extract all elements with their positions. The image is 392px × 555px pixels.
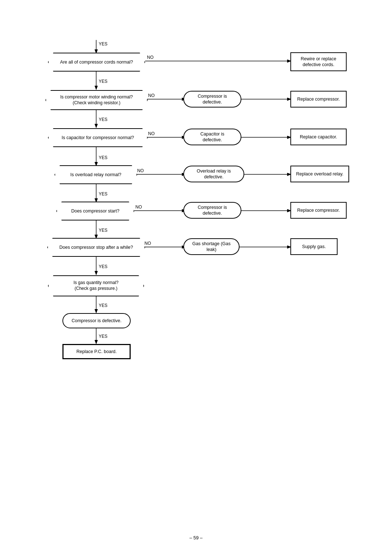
svg-text:YES: YES [99, 79, 107, 84]
node-compressor-start: Does compressor start? [56, 202, 134, 220]
node-compressor-defective-2: Compressor is defective. [183, 202, 241, 219]
page-number: – 59 – [189, 535, 203, 540]
node-compressor-defective-3: Compressor is defective. [62, 313, 131, 328]
node-replace-pcboard: Replace P.C. board. [62, 344, 131, 359]
svg-text:YES: YES [99, 228, 107, 233]
node-overload-relay: Is overload relay normal? [54, 165, 137, 184]
page: YES YES NO YES NO YES NO [0, 0, 392, 555]
flowchart: YES YES NO YES NO YES NO [33, 36, 359, 472]
svg-text:NO: NO [147, 55, 154, 60]
svg-text:YES: YES [99, 264, 107, 269]
node-replace-overload: Replace overload relay. [290, 166, 349, 182]
svg-text:YES: YES [99, 334, 107, 339]
svg-text:YES: YES [99, 117, 107, 122]
svg-text:NO: NO [148, 131, 155, 136]
svg-text:NO: NO [144, 241, 151, 246]
svg-text:NO: NO [135, 204, 142, 210]
svg-text:YES: YES [99, 155, 107, 160]
svg-text:NO: NO [148, 93, 155, 98]
node-overload-defective: Overload relay is defective. [183, 166, 244, 182]
svg-text:YES: YES [99, 41, 107, 46]
node-replace-capacitor: Replace capacitor. [290, 129, 347, 145]
node-gas-quantity: Is gas quantity normal?(Check gas pressu… [48, 275, 144, 296]
svg-text:YES: YES [99, 191, 107, 197]
node-motor-winding: Is compressor motor winding normal?(Chec… [45, 90, 148, 110]
node-compressor-stop: Does compressor stop after a while? [47, 238, 145, 257]
node-replace-compressor-1: Replace compressor. [290, 91, 347, 108]
node-rewire: Rewire or replace defective cords. [290, 52, 347, 71]
svg-text:YES: YES [99, 303, 107, 308]
node-replace-compressor-2: Replace compressor. [290, 202, 347, 219]
node-supply-gas: Supply gas. [290, 238, 338, 255]
node-capacitor-defective: Capacitor is defective. [183, 129, 241, 145]
node-capacitor-normal: Is capacitor for compressor normal? [48, 128, 148, 147]
node-gas-shortage: Gas shortage (Gas leak) [183, 238, 240, 255]
node-compressor-defective-1: Compressor is defective. [183, 91, 241, 108]
svg-text:NO: NO [137, 168, 144, 173]
node-cords-normal: Are all of compressor cords normal? [48, 53, 145, 72]
